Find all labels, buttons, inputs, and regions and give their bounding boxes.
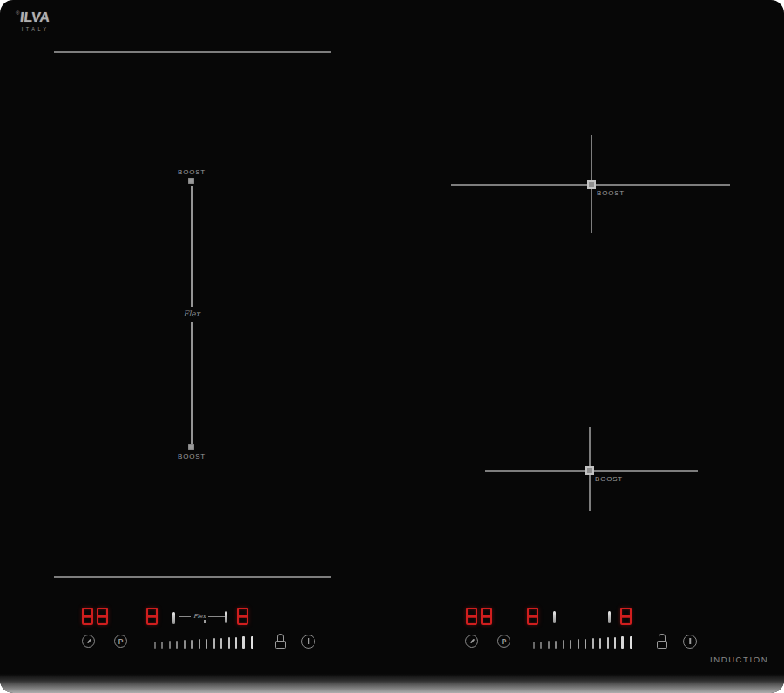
zone-power-display-right [620,608,632,625]
brand-country: ITALY [16,26,51,31]
seven-segment-digit [82,608,93,625]
slider-tick[interactable] [592,638,594,649]
brand-logo: ®ILVA ITALY [16,10,51,31]
flex-zone-top-line [54,51,331,53]
registered-mark: ® [16,10,19,16]
slider-tick[interactable] [199,639,200,649]
boost-marker-left-top [188,178,194,184]
slider-tick[interactable] [570,640,571,649]
seven-segment-digit [466,608,477,625]
slider-tick[interactable] [242,636,245,649]
flex-zone-label: Flex [183,309,200,318]
flex-bridge-label: Flex [193,614,206,619]
timer-clock-icon [470,638,475,642]
lock-button[interactable] [274,634,287,649]
slider-tick[interactable] [213,638,215,649]
seven-segment-digit [620,608,632,625]
boost-marker-left-bottom [188,444,194,450]
zone-power-display-left [146,608,158,625]
slider-tick[interactable] [220,638,222,649]
induction-type-label: INDUCTION [710,655,768,664]
timer-button[interactable] [465,635,478,648]
slider-tick[interactable] [235,637,237,649]
slider-tick[interactable] [206,639,207,649]
slider-tick[interactable] [630,636,632,649]
lock-button[interactable] [655,634,668,649]
standby-power-icon [308,638,309,644]
flex-zone-bottom-line [54,576,331,578]
slider-handle-icon[interactable] [172,612,175,624]
slider-tick[interactable] [614,637,616,649]
seven-segment-digit [146,608,158,625]
seven-segment-digit [527,608,538,625]
slider-tick[interactable] [585,639,586,649]
boost-marker-right-bottom [585,466,594,475]
power-button[interactable] [301,635,315,649]
standby-power-icon [689,638,691,644]
power-level-slider[interactable] [533,635,632,649]
timer-clock-icon [87,638,91,642]
slider-tick[interactable] [161,642,163,649]
power-level-slider[interactable] [154,635,253,649]
boost-label-right-top: BOOST [597,189,625,197]
seven-segment-digit [481,608,492,625]
power-button[interactable] [683,635,697,649]
slider-tick[interactable] [548,641,550,649]
boost-label-right-bottom: BOOST [595,475,623,483]
flex-bridge-marker [204,620,206,623]
slider-tick[interactable] [169,641,171,649]
slider-tick[interactable] [563,640,564,649]
zone-power-display-right [237,608,248,625]
timer-display [466,608,492,625]
slider-tick[interactable] [228,637,230,649]
slider-tick[interactable] [621,636,624,649]
slider-tick[interactable] [599,638,601,649]
boost-label-left-bottom: BOOST [178,452,206,460]
pause-button[interactable]: P [114,635,127,648]
glass-front-edge [0,674,784,693]
p-pause-icon: P [118,637,124,646]
flex-bridge-line-left [179,616,191,617]
timer-button[interactable] [82,635,95,648]
boost-label-left-top: BOOST [178,168,206,176]
slider-handle-icon[interactable] [225,611,227,623]
padlock-icon [277,634,284,641]
slider-tick[interactable] [184,640,186,649]
slider-tick[interactable] [607,637,609,649]
timer-display [82,608,108,625]
slider-tick[interactable] [191,640,193,649]
flex-divider-line-upper [191,186,193,307]
slider-tick[interactable] [154,642,156,649]
slider-handle-icon[interactable] [553,611,556,623]
flex-bridge-control[interactable]: Flex [179,614,231,623]
pause-button[interactable]: P [497,635,510,648]
seven-segment-digit [97,608,108,625]
flex-divider-line-lower [191,322,193,444]
induction-hob-surface: ®ILVA ITALY BOOST Flex BOOST BOOST [0,0,784,693]
boost-marker-right-top [587,180,596,189]
slider-tick[interactable] [176,641,178,649]
slider-tick[interactable] [578,639,579,649]
slider-tick[interactable] [540,642,542,649]
brand-name: ILVA [19,10,51,25]
slider-tick[interactable] [533,642,535,649]
product-photo: ®ILVA ITALY BOOST Flex BOOST BOOST [0,0,784,693]
slider-tick[interactable] [555,641,557,649]
seven-segment-digit [237,608,248,625]
p-pause-icon: P [502,637,507,646]
zone-power-display-left [527,608,538,625]
slider-tick[interactable] [251,636,253,649]
padlock-icon [659,634,666,641]
slider-handle-icon[interactable] [608,611,611,623]
